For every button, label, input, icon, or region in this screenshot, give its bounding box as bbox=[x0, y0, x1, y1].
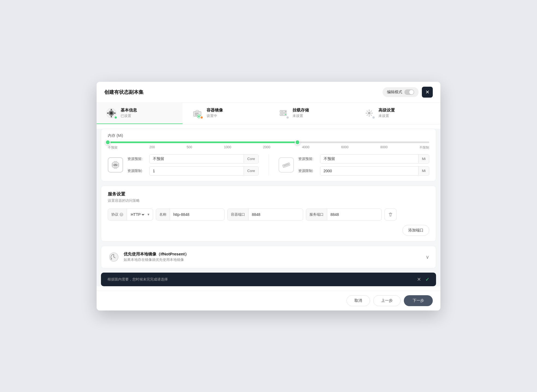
name-label: 名称 bbox=[156, 209, 170, 220]
protocol-label: 协议 ? bbox=[108, 209, 127, 220]
cpu-fields: 资源预留: Core 资源限制: Core bbox=[127, 154, 259, 176]
memory-limit-unit: Mi bbox=[418, 167, 429, 175]
memory-label: 内存 (Mi) bbox=[108, 133, 429, 138]
slider-fill bbox=[108, 141, 297, 143]
memory-icon bbox=[279, 157, 294, 173]
port-row: 协议 ? HTTP TCP UDP ▼ 名称 bbox=[108, 209, 429, 221]
prev-button[interactable]: 上一步 bbox=[373, 295, 401, 306]
svg-point-4 bbox=[111, 116, 112, 117]
toggle-switch[interactable] bbox=[404, 89, 414, 95]
service-port-label: 服务端口 bbox=[306, 209, 327, 220]
memory-reserve-row: 资源预留: Mi bbox=[298, 154, 429, 164]
tab-container-text: 容器镜像 设置中 bbox=[207, 108, 223, 118]
tab-basic-text: 基本信息 已设置 bbox=[121, 108, 137, 118]
slider-label-3: 1000 bbox=[224, 145, 231, 150]
close-button[interactable]: ✕ bbox=[422, 87, 433, 98]
tab-advanced-name: 高级设置 bbox=[378, 108, 395, 113]
memory-limit-label: 资源限制: bbox=[298, 168, 317, 173]
svg-text:CPU: CPU bbox=[114, 164, 118, 166]
image-pull-chevron-icon[interactable]: ∨ bbox=[426, 254, 429, 260]
add-port-button[interactable]: 添加端口 bbox=[402, 225, 429, 236]
container-port-item: 容器端口 bbox=[227, 209, 303, 221]
tab-storage-text: 挂载存储 未设置 bbox=[293, 108, 309, 118]
memory-limit-row: 资源限制: Mi bbox=[298, 166, 429, 176]
svg-point-2 bbox=[110, 112, 113, 114]
memory-limit-input-wrap: Mi bbox=[320, 166, 429, 176]
cpu-resource-group: CPU 资源预留: Core 资源限制: bbox=[108, 154, 259, 176]
cpu-reserve-label: 资源预留: bbox=[127, 156, 147, 161]
modal: 创建有状态副本集 编辑模式 ✕ bbox=[97, 82, 440, 310]
tab-storage-name: 挂载存储 bbox=[293, 108, 309, 113]
edit-mode-button[interactable]: 编辑模式 bbox=[383, 87, 419, 97]
image-pull-section: 优先使用本地镜像（IfNotPresent） 如果本地存在镜像就优先使用本地镜像… bbox=[101, 246, 436, 268]
slider-label-1: 200 bbox=[150, 145, 155, 150]
protocol-item: 协议 ? HTTP TCP UDP ▼ bbox=[108, 209, 153, 221]
tab-container-status bbox=[200, 116, 203, 119]
tab-storage-sub: 未设置 bbox=[293, 113, 309, 118]
image-pull-text: 优先使用本地镜像（IfNotPresent） 如果本地存在镜像就优先使用本地镜像 bbox=[124, 252, 189, 262]
resource-divider bbox=[268, 154, 269, 176]
slider-labels: 不预留 200 500 1000 2000 4000 6000 8000 不限制 bbox=[108, 145, 429, 150]
dark-bar-text: 根据面内需要，您时候未完完成请选择 bbox=[108, 277, 168, 282]
svg-rect-17 bbox=[281, 114, 283, 115]
protocol-select[interactable]: HTTP TCP UDP bbox=[130, 212, 145, 217]
memory-reserve-input-wrap: Mi bbox=[320, 154, 429, 164]
container-port-label: 容器端口 bbox=[228, 209, 249, 220]
next-button[interactable]: 下一步 bbox=[404, 295, 433, 306]
protocol-help-icon[interactable]: ? bbox=[120, 213, 123, 216]
modal-content: 内存 (Mi) 不预留 200 500 1000 2000 4000 6000 … bbox=[97, 129, 440, 286]
image-pull-icon bbox=[108, 251, 120, 263]
svg-point-14 bbox=[285, 111, 286, 112]
cpu-limit-input[interactable] bbox=[150, 167, 244, 175]
modal-footer: 取消 上一步 下一步 bbox=[97, 291, 440, 310]
memory-resource-group: 资源预留: Mi 资源限制: Mi bbox=[279, 154, 429, 176]
header-right: 编辑模式 ✕ bbox=[383, 87, 433, 98]
edit-mode-label: 编辑模式 bbox=[387, 90, 402, 95]
tab-basic[interactable]: 基本信息 已设置 bbox=[97, 103, 183, 124]
svg-rect-11 bbox=[195, 114, 198, 115]
svg-point-15 bbox=[285, 114, 286, 115]
protocol-select-wrap: HTTP TCP UDP ▼ bbox=[127, 209, 153, 220]
tab-basic-name: 基本信息 bbox=[121, 108, 137, 113]
delete-port-button[interactable] bbox=[384, 209, 396, 221]
service-title: 服务设置 bbox=[108, 191, 429, 197]
tab-container[interactable]: 容器镜像 设置中 bbox=[183, 103, 268, 124]
cpu-limit-row: 资源限制: Core bbox=[127, 166, 259, 176]
tab-storage-status bbox=[286, 116, 289, 119]
dark-bar-close-button[interactable]: ✕ bbox=[417, 276, 421, 282]
container-port-input[interactable] bbox=[249, 209, 303, 220]
service-port-input[interactable] bbox=[327, 209, 381, 220]
cpu-reserve-input[interactable] bbox=[150, 155, 244, 163]
modal-header: 创建有状态副本集 编辑模式 ✕ bbox=[97, 82, 440, 103]
svg-point-6 bbox=[114, 112, 116, 114]
tab-basic-icon bbox=[105, 107, 117, 119]
cpu-limit-unit: Core bbox=[244, 167, 258, 175]
memory-limit-input[interactable] bbox=[320, 167, 419, 175]
tab-storage[interactable]: 挂载存储 未设置 bbox=[268, 103, 354, 124]
slider-track bbox=[108, 141, 429, 143]
svg-rect-10 bbox=[195, 113, 199, 114]
slider-label-2: 500 bbox=[187, 145, 192, 150]
cpu-reserve-row: 资源预留: Core bbox=[127, 154, 259, 164]
slider-thumb-right[interactable] bbox=[295, 140, 300, 145]
tab-container-icon bbox=[191, 107, 203, 119]
memory-fields: 资源预留: Mi 资源限制: Mi bbox=[298, 154, 429, 176]
clearfix: 添加端口 bbox=[108, 221, 429, 236]
tab-basic-sub: 已设置 bbox=[121, 113, 137, 118]
dark-bar-confirm-button[interactable]: ✓ bbox=[425, 276, 429, 282]
name-item: 名称 bbox=[156, 209, 225, 221]
slider-label-7: 8000 bbox=[380, 145, 388, 150]
service-section: 服务设置 设置容器的访问策略 协议 ? HTTP TCP UDP bbox=[101, 186, 436, 242]
memory-reserve-input[interactable] bbox=[320, 155, 419, 163]
cancel-button[interactable]: 取消 bbox=[347, 295, 370, 306]
memory-section: 内存 (Mi) 不预留 200 500 1000 2000 4000 6000 … bbox=[101, 129, 436, 181]
cpu-icon: CPU bbox=[108, 157, 123, 173]
svg-point-3 bbox=[111, 109, 112, 110]
tab-advanced[interactable]: 高级设置 未设置 bbox=[354, 103, 440, 124]
slider-label-5: 4000 bbox=[302, 145, 309, 150]
slider-thumb-left[interactable] bbox=[105, 140, 111, 145]
name-input[interactable] bbox=[170, 209, 224, 220]
memory-reserve-unit: Mi bbox=[418, 155, 429, 163]
dark-bar: 根据面内需要，您时候未完完成请选择 ✕ ✓ bbox=[101, 273, 436, 286]
tab-storage-icon bbox=[277, 107, 289, 119]
